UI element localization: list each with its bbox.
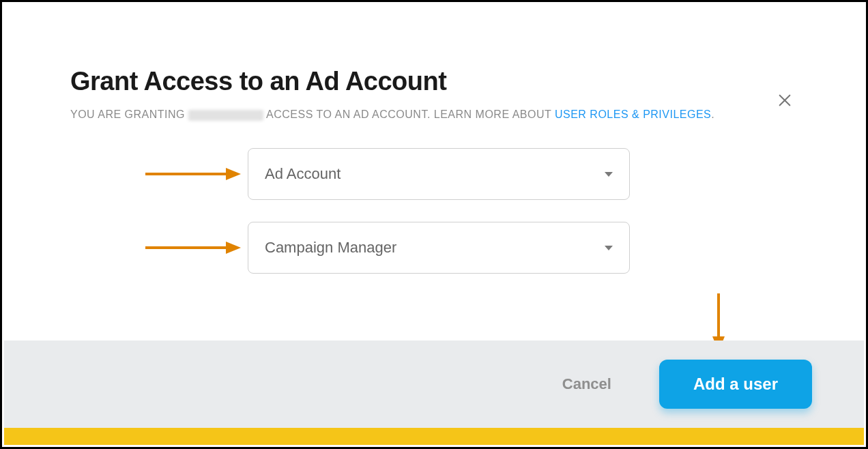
redacted-username (188, 110, 263, 121)
dialog-body: Grant Access to an Ad Account YOU ARE GR… (2, 2, 866, 343)
add-user-button[interactable]: Add a user (659, 360, 812, 409)
subtitle-suffix: . (711, 108, 714, 120)
dialog-subtitle: YOU ARE GRANTING ACCESS TO AN AD ACCOUNT… (70, 108, 798, 121)
dialog-title: Grant Access to an Ad Account (70, 67, 798, 96)
chevron-down-icon (605, 246, 613, 250)
field-row-role: Campaign Manager (70, 222, 798, 274)
accent-bar (4, 428, 864, 445)
role-select-label: Campaign Manager (265, 239, 396, 257)
annotation-arrow-icon (145, 240, 241, 256)
close-icon (777, 93, 792, 108)
ad-account-select[interactable]: Ad Account (248, 148, 630, 200)
field-row-account: Ad Account (70, 148, 798, 200)
ad-account-select-label: Ad Account (265, 165, 341, 183)
chevron-down-icon (605, 172, 613, 177)
fields-container: Ad Account Campaign Manager (70, 148, 798, 274)
cancel-button[interactable]: Cancel (562, 375, 611, 393)
user-roles-link[interactable]: USER ROLES & PRIVILEGES (555, 108, 711, 120)
dialog-footer: Cancel Add a user (4, 341, 864, 428)
subtitle-mid: ACCESS TO AN AD ACCOUNT. LEARN MORE ABOU… (266, 108, 555, 120)
subtitle-prefix: YOU ARE GRANTING (70, 108, 188, 120)
svg-marker-5 (226, 242, 241, 254)
role-select[interactable]: Campaign Manager (248, 222, 630, 274)
annotation-arrow-icon (145, 166, 241, 182)
close-button[interactable] (775, 91, 794, 110)
svg-marker-3 (226, 168, 241, 180)
